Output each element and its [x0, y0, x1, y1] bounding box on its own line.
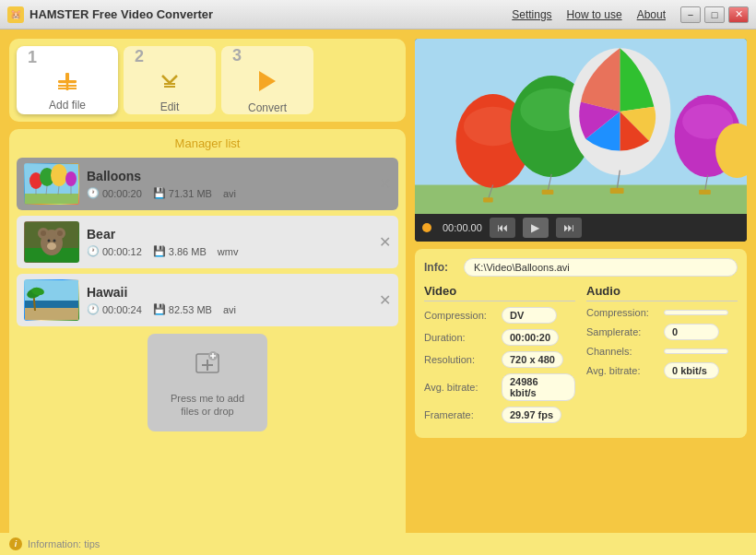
file-item-hawaii[interactable]: Hawaii 🕐 00:00:24 💾 82.53 MB avi ✕	[17, 274, 398, 326]
video-resolution-value: 720 x 480	[502, 351, 563, 368]
info-bar-text: Information: tips	[28, 538, 100, 549]
edit-icon	[158, 68, 182, 97]
video-col-title: Video	[424, 284, 575, 301]
file-item-balloons[interactable]: Balloons 🕐 00:00:20 💾 71.31 MB avi ✕	[17, 158, 398, 210]
info-path: K:\Video\Balloons.avi	[464, 258, 738, 277]
size-hawaii: 💾 82.53 MB	[153, 303, 212, 315]
svg-rect-47	[483, 197, 493, 202]
audio-compression-label: Compression:	[586, 307, 660, 318]
step-1-label: Add file	[49, 99, 86, 112]
duration-hawaii: 🕐 00:00:24	[87, 303, 142, 315]
duration-bear: 🕐 00:00:12	[87, 245, 142, 257]
svg-point-13	[51, 164, 67, 186]
close-bear[interactable]: ✕	[379, 233, 391, 251]
video-duration-label: Duration:	[424, 332, 498, 343]
minimize-button[interactable]: −	[680, 6, 701, 23]
svg-rect-5	[58, 88, 77, 89]
window-controls: − □ ✕	[680, 6, 749, 23]
video-duration-field: Duration: 00:00:20	[424, 329, 575, 346]
step-2-label: Edit	[160, 100, 180, 113]
svg-rect-58	[699, 190, 711, 195]
file-meta-hawaii: 🕐 00:00:24 💾 82.53 MB avi	[87, 303, 372, 315]
file-item-bear[interactable]: Bear 🕐 00:00:12 💾 3.86 MB wmv ✕	[17, 216, 398, 268]
play-button[interactable]: ▶	[523, 218, 549, 238]
video-framerate-label: Framerate:	[424, 409, 498, 420]
add-file-icon	[54, 69, 80, 95]
title-bar-nav: Settings How to use About	[512, 8, 666, 21]
ext-hawaii: avi	[223, 304, 236, 315]
audio-samplerate-field: Samplerate: 0	[586, 324, 738, 340]
fast-forward-button[interactable]: ⏭	[556, 218, 582, 238]
step-2-number: 2	[135, 48, 144, 65]
duration-balloons: 🕐 00:00:20	[87, 187, 142, 199]
video-framerate-value: 29.97 fps	[502, 407, 561, 423]
add-files-button[interactable]: Press me to addfiles or drop	[148, 334, 267, 431]
size-bear: 💾 3.86 MB	[153, 245, 207, 257]
video-compression-field: Compression: DV	[424, 307, 575, 324]
thumb-balloons	[24, 163, 79, 205]
svg-point-27	[48, 240, 51, 242]
audio-col-title: Audio	[586, 284, 738, 301]
audio-channels-label: Channels:	[586, 346, 660, 357]
info-path-row: Info: K:\Video\Balloons.avi	[424, 258, 738, 277]
file-name-bear: Bear	[87, 227, 372, 242]
svg-rect-4	[58, 85, 77, 87]
video-bitrate-label: Avg. bitrate:	[424, 382, 498, 393]
convert-icon	[255, 67, 279, 98]
step-3-label: Convert	[248, 101, 287, 114]
how-to-use-link[interactable]: How to use	[567, 8, 622, 21]
ext-balloons: avi	[223, 188, 236, 199]
file-meta-balloons: 🕐 00:00:20 💾 71.31 MB avi	[87, 187, 372, 199]
svg-point-28	[53, 240, 56, 242]
info-icon: i	[9, 537, 22, 550]
audio-samplerate-label: Samplerate:	[586, 326, 660, 337]
close-button[interactable]: ✕	[728, 6, 749, 23]
audio-samplerate-value: 0	[664, 324, 719, 340]
video-info-col: Video Compression: DV Duration: 00:00:20…	[424, 284, 575, 429]
svg-rect-6	[164, 83, 175, 85]
video-resolution-label: Resolution:	[424, 354, 498, 365]
audio-info-col: Audio Compression: Samplerate: 0 Channel…	[586, 284, 738, 429]
step-1-number: 1	[28, 49, 37, 65]
info-columns: Video Compression: DV Duration: 00:00:20…	[424, 284, 738, 429]
file-name-hawaii: Hawaii	[87, 285, 372, 300]
svg-rect-43	[415, 185, 747, 214]
info-section: Info: K:\Video\Balloons.avi Video Compre…	[415, 249, 747, 438]
audio-bitrate-label: Avg. bitrate:	[586, 365, 660, 376]
file-info-hawaii: Hawaii 🕐 00:00:24 💾 82.53 MB avi	[87, 285, 372, 315]
audio-compression-field: Compression:	[586, 307, 738, 318]
audio-bitrate-field: Avg. bitrate: 0 kbit/s	[586, 362, 738, 379]
settings-link[interactable]: Settings	[512, 8, 551, 21]
step-add-file[interactable]: 1 Add file	[17, 46, 118, 114]
main-content: 1 Add file 2	[0, 30, 756, 555]
svg-point-14	[65, 171, 77, 186]
add-files-label: Press me to addfiles or drop	[171, 392, 244, 419]
add-files-area: Press me to addfiles or drop	[17, 334, 398, 431]
svg-point-26	[47, 242, 56, 250]
video-bitrate-field: Avg. bitrate: 24986 kbit/s	[424, 373, 575, 401]
title-bar: 🐹 HAMSTER Free Video Converter Settings …	[0, 0, 756, 30]
about-link[interactable]: About	[637, 8, 666, 21]
audio-channels-field: Channels:	[586, 346, 738, 357]
video-controls: 00:00.00 ⏮ ▶ ⏭	[415, 214, 747, 242]
file-info-balloons: Balloons 🕐 00:00:20 💾 71.31 MB avi	[87, 169, 372, 199]
steps-bar: 1 Add file 2	[9, 39, 406, 122]
step-edit[interactable]: 2 Edit	[124, 46, 216, 114]
step-convert[interactable]: 3 Convert	[221, 46, 313, 114]
svg-point-24	[41, 230, 46, 236]
svg-rect-51	[542, 190, 554, 195]
add-files-icon	[191, 347, 224, 386]
info-bar: i Information: tips	[0, 533, 756, 555]
thumb-bear	[24, 221, 79, 263]
svg-marker-8	[259, 71, 276, 91]
video-bitrate-value: 24986 kbit/s	[502, 373, 575, 401]
manager-title: Manager list	[17, 136, 398, 150]
right-panel: 00:00.00 ⏮ ▶ ⏭ Info: K:\Video\Balloons.a…	[415, 39, 747, 546]
video-compression-label: Compression:	[424, 310, 498, 321]
video-preview: 00:00.00 ⏮ ▶ ⏭	[415, 39, 747, 242]
rewind-button[interactable]: ⏮	[490, 218, 515, 238]
video-content	[415, 39, 747, 214]
maximize-button[interactable]: □	[704, 6, 725, 23]
close-balloons[interactable]: ✕	[379, 175, 391, 193]
close-hawaii[interactable]: ✕	[379, 291, 391, 309]
